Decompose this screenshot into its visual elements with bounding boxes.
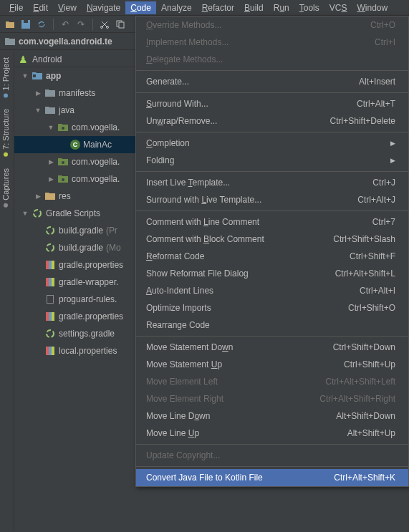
menu-item-label: Reformat Code (146, 251, 204, 261)
breadcrumb-text[interactable]: com.vogella.android.te (19, 37, 112, 47)
menu-shortcut: Ctrl+Shift+F (350, 251, 395, 261)
menu-item-insert-live-template[interactable]: Insert Live Template...Ctrl+J (136, 174, 408, 191)
menu-navigate[interactable]: Navigate (82, 1, 125, 14)
menu-shortcut: Ctrl+Alt+T (357, 99, 395, 109)
menu-item-comment-with-block-comment[interactable]: Comment with Block CommentCtrl+Shift+Sla… (136, 231, 408, 248)
menu-item-delegate-methods: Delegate Methods... (136, 51, 408, 68)
svg-point-13 (47, 330, 54, 337)
menu-item-label: Update Copyright... (146, 450, 220, 460)
collapse-arrow-icon[interactable]: ▼ (21, 72, 29, 79)
menu-item-unwrap-remove[interactable]: Unwrap/Remove...Ctrl+Shift+Delete (136, 112, 408, 130)
svg-point-12 (47, 244, 54, 251)
menu-item-comment-with-line-comment[interactable]: Comment with Line CommentCtrl+7 (136, 213, 408, 231)
menu-item-label: Convert Java File to Kotlin File (146, 473, 263, 483)
tree-label: local.properties (59, 346, 117, 356)
cut-icon[interactable] (99, 19, 110, 30)
menu-refactor[interactable]: Refactor (197, 1, 239, 14)
collapse-arrow-icon[interactable]: ▼ (21, 210, 29, 217)
svg-point-7 (62, 127, 64, 130)
menu-item-label: Move Element Right (146, 394, 223, 404)
menu-item-move-element-right: Move Element RightCtrl+Alt+Shift+Right (136, 390, 408, 407)
sync-icon[interactable] (36, 19, 47, 30)
menu-shortcut: Ctrl+Alt+Shift+Left (325, 377, 395, 387)
menu-item-label: Completion (146, 138, 190, 148)
svg-point-10 (34, 210, 41, 217)
menu-item-label: Move Line Up (146, 428, 199, 438)
file-icon (44, 294, 56, 305)
submenu-arrow-icon: ▶ (385, 140, 395, 147)
tree-label: gradle.properties (59, 260, 123, 270)
collapse-arrow-icon[interactable]: ▼ (34, 107, 42, 114)
folder-icon (4, 36, 16, 47)
expand-arrow-icon[interactable]: ▶ (47, 175, 54, 183)
properties-icon (44, 276, 56, 288)
side-tab-structure[interactable]: 7: Structure (0, 103, 11, 163)
menu-code[interactable]: Code (125, 1, 156, 14)
gradle-file-icon (44, 242, 56, 253)
menu-item-completion[interactable]: Completion▶ (136, 135, 408, 152)
menu-item-move-line-down[interactable]: Move Line DownAlt+Shift+Down (136, 407, 408, 425)
menu-item-show-reformat-file-dialog[interactable]: Show Reformat File DialogCtrl+Alt+Shift+… (136, 265, 408, 282)
menu-tools[interactable]: Tools (294, 1, 324, 14)
menu-analyze[interactable]: Analyze (156, 1, 197, 14)
svg-point-11 (47, 227, 54, 234)
class-icon: C (70, 140, 80, 150)
menu-item-folding[interactable]: Folding▶ (136, 152, 408, 169)
menu-item-label: Delegate Methods... (146, 54, 223, 64)
menu-edit[interactable]: Edit (28, 1, 53, 14)
menu-item-optimize-imports[interactable]: Optimize ImportsCtrl+Shift+O (136, 299, 408, 316)
side-tab-project[interactable]: 1: Project (0, 52, 11, 103)
tree-label: build.gradle (59, 243, 103, 253)
menu-item-generate[interactable]: Generate...Alt+Insert (136, 73, 408, 90)
properties-icon (44, 259, 56, 271)
tree-label: app (46, 71, 61, 81)
menu-item-move-statement-up[interactable]: Move Statement UpCtrl+Shift+Up (136, 356, 408, 373)
menu-separator (136, 336, 408, 337)
menu-item-surround-with[interactable]: Surround With...Ctrl+Alt+T (136, 95, 408, 112)
menu-item-move-line-up[interactable]: Move Line UpAlt+Shift+Up (136, 425, 408, 442)
menu-separator (136, 466, 408, 467)
menu-run[interactable]: Run (269, 1, 294, 14)
menu-shortcut: Ctrl+Alt+I (360, 286, 395, 296)
menu-item-reformat-code[interactable]: Reformat CodeCtrl+Shift+F (136, 248, 408, 265)
menu-shortcut: Ctrl+Shift+Up (344, 359, 395, 369)
redo-icon[interactable]: ↷ (75, 19, 87, 30)
tree-label: MainAc (83, 140, 112, 150)
menu-shortcut: Ctrl+Alt+Shift+Right (319, 394, 395, 404)
tree-label: com.vogella. (72, 174, 120, 184)
expand-arrow-icon[interactable]: ▶ (47, 158, 54, 165)
side-tab-captures[interactable]: Captures (0, 163, 11, 213)
menu-item-label: Surround With... (146, 99, 208, 109)
tree-label: Gradle Scripts (46, 208, 100, 218)
menu-item-label: Folding (146, 155, 174, 165)
menu-separator (136, 444, 408, 445)
menu-build[interactable]: Build (239, 1, 269, 14)
menu-file[interactable]: File (4, 1, 28, 14)
menu-item-move-statement-down[interactable]: Move Statement DownCtrl+Shift+Down (136, 339, 408, 356)
menu-vcs[interactable]: VCS (324, 1, 352, 14)
svg-point-9 (62, 178, 64, 181)
menu-item-convert-java-file-to-kotlin-file[interactable]: Convert Java File to Kotlin FileCtrl+Alt… (136, 469, 408, 486)
expand-arrow-icon[interactable]: ▶ (34, 193, 42, 200)
undo-icon[interactable]: ↶ (59, 19, 71, 30)
gradle-icon (32, 208, 43, 219)
properties-icon (44, 345, 56, 357)
menu-shortcut: Ctrl+Shift+Slash (333, 234, 395, 244)
collapse-arrow-icon[interactable]: ▼ (47, 124, 54, 131)
menu-shortcut: Ctrl+Alt+Shift+K (334, 473, 395, 483)
save-icon[interactable] (20, 19, 32, 30)
tree-suffix: (Mo (106, 243, 121, 253)
menu-item-auto-indent-lines[interactable]: Auto-Indent LinesCtrl+Alt+I (136, 282, 408, 299)
res-folder-icon (44, 190, 56, 202)
copy-icon[interactable] (115, 19, 126, 30)
menu-item-surround-with-live-template[interactable]: Surround with Live Template...Ctrl+Alt+J (136, 191, 408, 208)
menu-item-rearrange-code[interactable]: Rearrange Code (136, 316, 408, 334)
menu-item-label: Move Element Left (146, 377, 218, 387)
open-icon[interactable] (4, 19, 16, 30)
package-icon (57, 173, 69, 185)
menu-view[interactable]: View (53, 1, 82, 14)
expand-arrow-icon[interactable]: ▶ (34, 90, 42, 97)
tree-label: build.gradle (59, 226, 103, 236)
menu-window[interactable]: Window (352, 1, 393, 14)
menu-item-move-element-left: Move Element LeftCtrl+Alt+Shift+Left (136, 373, 408, 390)
